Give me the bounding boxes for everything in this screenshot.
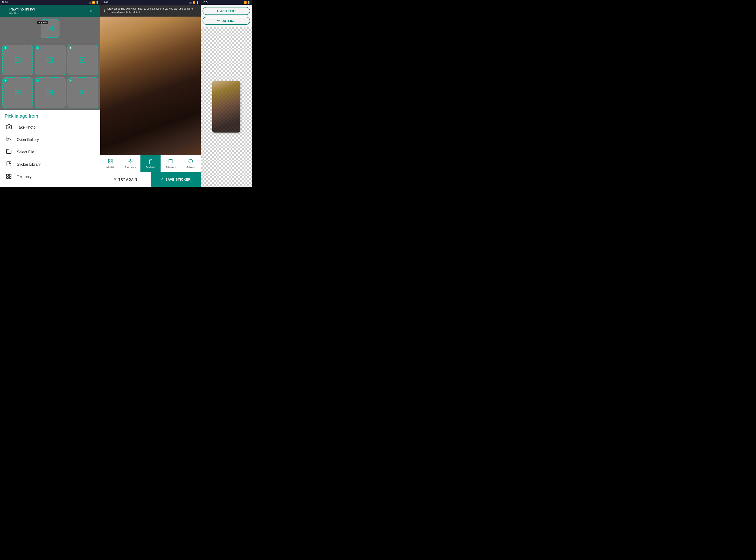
- open-gallery-option[interactable]: Open Gallery: [5, 134, 96, 146]
- cut-circle-icon: [188, 159, 193, 165]
- save-check-icon: ✓: [161, 178, 163, 181]
- info-icon: ℹ: [104, 8, 105, 13]
- svg-point-42: [130, 160, 131, 162]
- text-only-option[interactable]: Text only: [5, 171, 96, 183]
- image-canvas: [100, 17, 201, 155]
- panel-left: 18:04 📷 📶 🔋 ← Pawri ho rhi hai ak1411 ⇧ …: [0, 0, 100, 187]
- tray-add-icon: [47, 25, 54, 32]
- svg-rect-36: [6, 177, 8, 179]
- tool-smart-select-label: Smart select: [125, 166, 136, 168]
- add-icon-4: [15, 89, 21, 96]
- status-bar-middle: 18:04 📷 📶 🔋: [100, 0, 201, 5]
- camera-icon: [6, 124, 12, 131]
- cell-number-6: 6: [69, 79, 72, 82]
- svg-rect-38: [108, 159, 110, 161]
- action-bar: ✕ TRY AGAIN ✓ SAVE STICKER: [100, 172, 201, 187]
- svg-rect-40: [108, 162, 110, 163]
- cell-number-4: 4: [4, 79, 7, 82]
- gallery-icon: [6, 136, 12, 143]
- cell-number-2: 2: [36, 46, 39, 49]
- tool-cut-circle[interactable]: Cut circle: [181, 155, 201, 172]
- svg-rect-35: [9, 174, 11, 176]
- outline-button[interactable]: ✏ OUTLINE: [202, 17, 250, 25]
- sticker-icon: [6, 161, 12, 168]
- try-again-label: TRY AGAIN: [118, 178, 137, 181]
- cell-number-5: 5: [36, 79, 39, 82]
- pick-image-title: Pick image from: [5, 114, 96, 119]
- cell-number-1: 1: [4, 46, 7, 49]
- take-photo-option[interactable]: Take Photo: [5, 121, 96, 134]
- tool-freehand[interactable]: Freehand: [140, 155, 161, 172]
- svg-rect-39: [111, 159, 112, 161]
- sticker-preview-area: [201, 27, 252, 187]
- right-toolbar: T ADD TEXT ✏ OUTLINE: [201, 5, 252, 27]
- add-text-icon: T: [217, 9, 219, 13]
- tool-freehand-label: Freehand: [146, 166, 155, 168]
- header-title: Pawri ho rhi hai ak1411: [9, 7, 87, 14]
- sticker-cell-4[interactable]: 4: [2, 77, 33, 108]
- svg-point-32: [8, 138, 8, 139]
- take-photo-label: Take Photo: [17, 125, 36, 129]
- menu-icon[interactable]: ⋮: [94, 8, 98, 13]
- time-middle: 18:04: [102, 1, 108, 4]
- sticker-library-option[interactable]: Sticker Library: [5, 158, 96, 171]
- sticker-cell-5[interactable]: 5: [35, 77, 65, 108]
- tool-cut-square-label: Cut square: [165, 166, 176, 168]
- tool-select-all-label: select all: [106, 166, 114, 168]
- tray-icon-label: tray icon: [37, 21, 48, 24]
- smart-select-icon: [128, 159, 133, 165]
- status-bar-left: 18:04 📷 📶 🔋: [0, 0, 100, 5]
- toast-bar: ℹ Draw an outline with your finger to se…: [100, 5, 201, 17]
- text-only-label: Text only: [17, 175, 32, 179]
- sticker-cell-2[interactable]: 2: [35, 45, 65, 75]
- header-icons: ⇧ ⋮: [89, 8, 98, 13]
- freehand-icon: [148, 159, 153, 165]
- toast-message: Draw an outline with your finger to sele…: [107, 7, 197, 14]
- text-icon: [6, 173, 12, 180]
- try-again-x-icon: ✕: [114, 178, 117, 181]
- select-file-option[interactable]: Select File: [5, 146, 96, 158]
- sticker-grid: 1 2: [2, 45, 98, 110]
- chat-subtitle: ak1411: [9, 12, 87, 14]
- tool-cut-circle-label: Cut circle: [186, 166, 195, 168]
- time-right: 18:04: [202, 1, 208, 4]
- outline-label: OUTLINE: [221, 19, 236, 23]
- add-text-button[interactable]: T ADD TEXT: [202, 7, 250, 15]
- tool-select-all[interactable]: select all: [100, 155, 120, 172]
- svg-rect-45: [169, 160, 173, 163]
- tools-toolbar: select all Smart select Freehand: [100, 155, 201, 172]
- svg-rect-34: [6, 174, 8, 176]
- add-icon-3: [79, 57, 86, 63]
- back-button[interactable]: ←: [2, 8, 7, 14]
- sticker-grid-area: tray icon 1: [0, 17, 100, 110]
- sticker-cell-6[interactable]: 6: [67, 77, 98, 108]
- panel-middle: 18:04 📷 📶 🔋 ℹ Draw an outline with your …: [100, 0, 201, 187]
- svg-rect-41: [111, 162, 112, 163]
- add-icon-5: [47, 89, 54, 96]
- pick-image-section: Pick image from Take Photo Open Gallery: [0, 110, 100, 187]
- svg-point-46: [189, 159, 193, 163]
- tool-cut-square[interactable]: Cut square: [161, 155, 181, 172]
- panel-right: 18:04 📶 🔋 T ADD TEXT ✏ OUTLINE: [201, 0, 252, 187]
- sticker-cell-1[interactable]: 1: [2, 45, 33, 75]
- select-all-icon: [108, 159, 113, 165]
- save-sticker-button[interactable]: ✓ SAVE STICKER: [151, 172, 201, 187]
- select-file-label: Select File: [17, 150, 34, 154]
- svg-rect-37: [9, 177, 11, 179]
- tray-row: [2, 19, 98, 38]
- open-gallery-label: Open Gallery: [17, 138, 39, 142]
- whatsapp-header: ← Pawri ho rhi hai ak1411 ⇧ ⋮: [0, 5, 100, 17]
- photo-placeholder: [100, 17, 201, 155]
- sticker-cell-3[interactable]: 3: [67, 45, 98, 75]
- save-sticker-label: SAVE STICKER: [165, 178, 191, 181]
- sticker-figure: [212, 81, 240, 133]
- svg-point-30: [8, 126, 10, 128]
- add-icon-1: [15, 57, 21, 63]
- time-left: 18:04: [2, 1, 8, 4]
- share-icon[interactable]: ⇧: [89, 8, 93, 13]
- add-icon-2: [47, 57, 54, 63]
- try-again-button[interactable]: ✕ TRY AGAIN: [100, 172, 151, 187]
- add-text-label: ADD TEXT: [220, 9, 236, 13]
- folder-icon: [6, 148, 12, 155]
- tool-smart-select[interactable]: Smart select: [120, 155, 140, 172]
